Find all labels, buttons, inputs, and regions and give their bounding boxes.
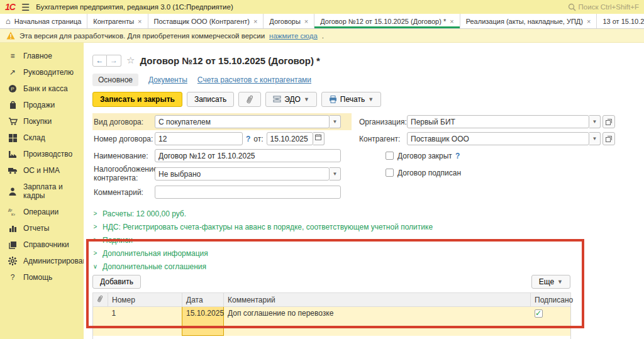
chevron-down-icon[interactable]: ▼ [330, 115, 341, 128]
print-button[interactable]: Печать▼ [321, 92, 381, 107]
sidebar-item-main[interactable]: ≡Главное [0, 48, 84, 64]
svg-text:P: P [11, 86, 14, 92]
contract-form: ← → ☆ Договор №12 от 15.10.2025 (Договор… [84, 43, 644, 339]
open-organization-icon[interactable] [602, 115, 615, 128]
contract-date-input[interactable] [267, 132, 313, 145]
title-bar: 1С ☰ Бухгалтерия предприятия, редакция 3… [0, 0, 644, 14]
close-icon[interactable]: × [587, 18, 591, 25]
close-icon[interactable]: × [450, 18, 453, 25]
tab-home[interactable]: ⌂ Начальная страница [0, 14, 87, 28]
attach-button[interactable] [238, 92, 261, 107]
paperclip-icon [97, 295, 103, 303]
close-icon[interactable]: × [138, 18, 142, 25]
tab-realization[interactable]: Реализация (акты, накладные, УПД)× [460, 14, 597, 28]
section-vat[interactable]: >НДС: Регистрировать счета-фактуры на ав… [92, 220, 644, 233]
favorite-star-icon[interactable]: ☆ [126, 55, 135, 66]
sidebar-item-bank[interactable]: PБанк и касса [0, 81, 84, 97]
save-close-button[interactable]: Записать и закрыть [92, 92, 182, 107]
back-button[interactable]: ← [92, 55, 107, 67]
contract-signed-checkbox[interactable] [386, 169, 394, 177]
column-header-signed[interactable]: Подписано [531, 293, 571, 307]
number-help-icon[interactable]: ? [246, 135, 250, 143]
comment-input[interactable] [155, 186, 341, 199]
open-counterparty-icon[interactable] [602, 132, 615, 145]
window-tab-bar: ⌂ Начальная страница Контрагенты× Постав… [0, 14, 644, 29]
contract-closed-checkbox[interactable] [386, 152, 394, 160]
tab-contract-12[interactable]: Договор №12 от 15.10.2025 (Договор) *× [314, 14, 460, 28]
tab-contract-13[interactable]: 13 от 15.10.2025 (Договор)× [597, 14, 644, 28]
section-signatures[interactable]: >Подписи [92, 233, 644, 247]
sidebar-item-administration[interactable]: Администрирование [0, 253, 84, 269]
dev-version-warning: Эта версия для разработчиков. Для приобр… [0, 29, 644, 43]
comment-cell[interactable]: Доп соглашение по перевозке [224, 307, 531, 336]
chevron-down-icon[interactable]: ▼ [589, 115, 601, 128]
sidebar-item-salary[interactable]: Зарплата и кадры [0, 179, 84, 204]
contract-kind-select[interactable]: С покупателем [155, 115, 330, 128]
tab-supplier[interactable]: Поставщик ООО (Контрагент)× [148, 14, 264, 28]
edo-button[interactable]: ЭДО▼ [265, 92, 317, 107]
form-tab-main[interactable]: Основное [92, 74, 138, 86]
name-input[interactable] [155, 149, 341, 162]
section-calculations[interactable]: >Расчеты: 12 000,00 руб. [92, 207, 644, 220]
section-agreements[interactable]: ∨Дополнительные соглашения [92, 260, 644, 273]
global-search[interactable]: Поиск Ctrl+Shift+F [568, 3, 639, 11]
form-tab-accounts[interactable]: Счета расчетов с контрагентами [197, 75, 311, 84]
sidebar-item-help[interactable]: ?Помощь [0, 269, 84, 286]
close-icon[interactable]: × [253, 18, 257, 25]
sidebar-item-sales[interactable]: Продажи [0, 97, 84, 113]
table-empty-row[interactable] [93, 336, 571, 339]
sidebar-item-warehouse[interactable]: Склад [0, 130, 84, 146]
signed-cell[interactable]: ✓ [531, 307, 571, 336]
chevron-down-icon: ▼ [304, 96, 309, 103]
question-icon: ? [8, 274, 18, 281]
sidebar-item-purchases[interactable]: Покупки [0, 113, 84, 130]
contract-number-label: Номер договора: [94, 135, 155, 143]
chevron-down-icon[interactable]: ▼ [589, 132, 601, 145]
contract-number-input[interactable] [155, 132, 243, 145]
more-button[interactable]: Еще▼ [531, 275, 570, 289]
sidebar-item-manager[interactable]: ↗Руководителю [0, 64, 84, 81]
closed-help-icon[interactable]: ? [455, 152, 460, 160]
number-cell[interactable]: 1 [108, 307, 182, 336]
svg-text:Дт: Дт [8, 208, 13, 212]
sidebar-item-production[interactable]: Производство [0, 146, 84, 162]
sidebar-item-directories[interactable]: Справочники [0, 236, 84, 253]
table-row[interactable]: 1 15.10.2025 Доп соглашение по перевозке… [93, 307, 571, 336]
close-icon[interactable]: × [304, 18, 308, 25]
chevron-right-icon: > [92, 223, 98, 230]
attachment-column-header[interactable] [93, 293, 108, 307]
attachment-cell[interactable] [93, 307, 108, 336]
column-header-date[interactable]: Дата [182, 293, 224, 307]
sidebar-item-os-nma[interactable]: ОС и НМА [0, 162, 84, 179]
agreements-panel: Добавить Еще▼ Номер Дата Комментарий Под… [92, 275, 570, 339]
dtkt-icon: ДтКт [8, 208, 18, 216]
buy-version-link[interactable]: нажмите сюда [269, 32, 318, 40]
printer-icon [329, 96, 337, 103]
main-menu-icon[interactable]: ☰ [21, 3, 30, 12]
signed-checkbox-checked[interactable]: ✓ [535, 309, 543, 318]
truck-icon [8, 167, 18, 175]
organization-field[interactable]: Первый БИТ [407, 115, 589, 128]
sidebar-item-operations[interactable]: ДтКтОперации [0, 204, 84, 220]
form-tab-documents[interactable]: Документы [148, 75, 187, 84]
column-header-number[interactable]: Номер [108, 293, 182, 307]
section-extra-info[interactable]: >Дополнительная информация [92, 247, 644, 260]
calendar-icon[interactable] [313, 132, 325, 145]
warning-text: Эта версия для разработчиков. Для приобр… [19, 32, 265, 40]
tax-label: Налогообложение контрагента: [94, 165, 155, 183]
save-button[interactable]: Записать [187, 92, 234, 107]
sidebar-item-reports[interactable]: Отчеты [0, 220, 84, 236]
organization-label: Организация: [359, 118, 407, 126]
chevron-down-icon: ▼ [557, 279, 563, 285]
chevron-down-icon[interactable]: ▼ [330, 167, 341, 181]
forward-button[interactable]: → [107, 55, 121, 67]
tax-select[interactable]: Не выбрано [155, 167, 330, 181]
add-agreement-button[interactable]: Добавить [92, 275, 141, 289]
tab-counterparties[interactable]: Контрагенты× [87, 14, 148, 28]
date-cell-selected[interactable]: 15.10.2025 [182, 307, 224, 336]
counterparty-field[interactable]: Поставщик ООО [407, 132, 589, 145]
bag-icon [8, 101, 18, 109]
tab-contracts[interactable]: Договоры× [264, 14, 314, 28]
column-header-comment[interactable]: Комментарий [224, 293, 531, 307]
factory-icon [8, 150, 18, 158]
